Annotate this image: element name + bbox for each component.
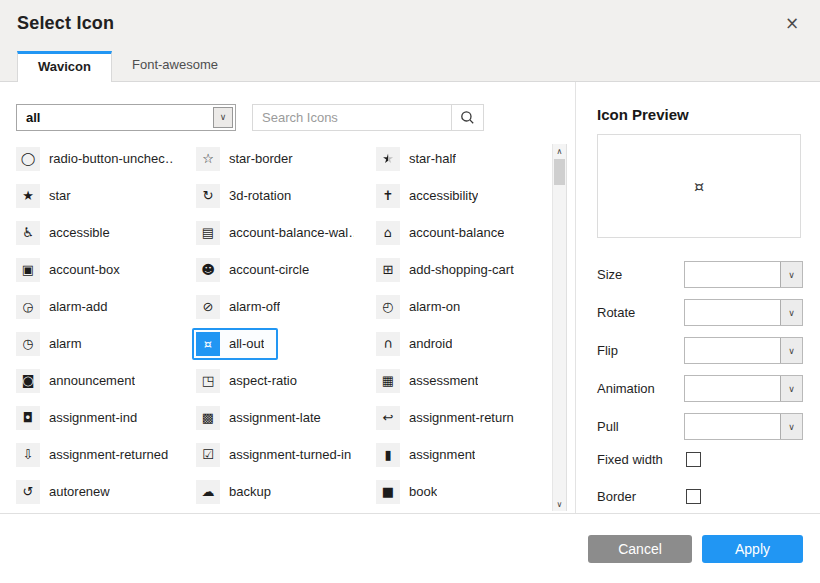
search-button[interactable] — [451, 104, 484, 131]
assessment-icon: ▦ — [376, 369, 400, 393]
alarm-on-icon: ◴ — [376, 295, 400, 319]
icon-item-android[interactable]: ∩android — [372, 328, 466, 360]
icon-preview-panel: Icon Preview ¤ Size∨Rotate∨Flip∨Animatio… — [576, 82, 820, 513]
icon-item-assignment-return[interactable]: ↩assignment-return — [372, 402, 528, 434]
icon-item-star[interactable]: ★star — [12, 180, 85, 212]
category-dropdown-value: all — [26, 110, 40, 125]
alarm-add-icon: ◶ — [16, 295, 40, 319]
icon-item-all-out[interactable]: ¤all-out — [192, 328, 278, 360]
icon-item-label: radio-button-unchec… — [49, 151, 174, 166]
search-input[interactable] — [252, 104, 451, 131]
icon-item-label: assignment — [409, 447, 475, 462]
icon-item-assignment-ind[interactable]: ◘assignment-ind — [12, 402, 151, 434]
icon-browser-panel: all ∨ ◯radio-button-unchec…☆star-bor — [0, 82, 576, 513]
icon-item-assignment-returned[interactable]: ⇩assignment-returned — [12, 439, 182, 471]
preview-title: Icon Preview — [597, 106, 803, 123]
border-row: Border — [597, 488, 803, 504]
list-controls: all ∨ — [16, 104, 575, 131]
dialog-header: Select Icon × — [0, 0, 820, 52]
fixed-width-checkbox[interactable] — [686, 452, 701, 467]
scrollbar[interactable]: ∧ ∨ — [552, 144, 567, 511]
icon-item-label: alarm-on — [409, 299, 460, 314]
field-label: Flip — [597, 343, 684, 358]
size-select[interactable]: ∨ — [684, 261, 803, 288]
tab-wavicon[interactable]: Wavicon — [17, 51, 112, 82]
backup-icon: ☁ — [196, 480, 220, 504]
icon-item-3d-rotation[interactable]: ↻3d-rotation — [192, 180, 305, 212]
icon-item-label: aspect-ratio — [229, 373, 297, 388]
tab-font-awesome[interactable]: Font-awesome — [112, 51, 238, 81]
rotate-row: Rotate∨ — [597, 299, 803, 326]
icon-item-accessible[interactable]: ♿accessible — [12, 217, 124, 249]
icon-item-label: assignment-turned-in — [229, 447, 351, 462]
chevron-down-icon: ∨ — [780, 338, 802, 363]
dialog-footer: Cancel Apply — [0, 513, 820, 583]
icon-item-announcement[interactable]: ◙announcement — [12, 365, 149, 397]
chevron-down-icon: ∨ — [780, 262, 802, 287]
icon-item-assignment[interactable]: ▮assignment — [372, 439, 489, 471]
icon-item-alarm-on[interactable]: ◴alarm-on — [372, 291, 474, 323]
icon-item-account-box[interactable]: ▣account-box — [12, 254, 134, 286]
icon-item-label: 3d-rotation — [229, 188, 291, 203]
icon-item-alarm-off[interactable]: ⊘alarm-off — [192, 291, 294, 323]
icon-item-star-half[interactable]: ★star-half — [372, 143, 470, 175]
icon-item-accessibility[interactable]: ✝accessibility — [372, 180, 492, 212]
assignment-ind-icon: ◘ — [16, 406, 40, 430]
icon-item-account-circle[interactable]: ☻account-circle — [192, 254, 323, 286]
select-icon-dialog: Select Icon × Wavicon Font-awesome all ∨ — [0, 0, 820, 583]
icon-item-label: star-half — [409, 151, 456, 166]
icon-item-alarm[interactable]: ◷alarm — [12, 328, 96, 360]
alarm-icon: ◷ — [16, 332, 40, 356]
scrollbar-down-icon[interactable]: ∨ — [553, 497, 566, 511]
pull-select[interactable]: ∨ — [684, 413, 803, 440]
field-label: Size — [597, 267, 684, 282]
field-label: Animation — [597, 381, 684, 396]
icon-item-backup[interactable]: ☁backup — [192, 476, 285, 508]
icon-item-book[interactable]: ■book — [372, 476, 451, 508]
search-icon — [460, 110, 475, 125]
icon-item-label: assignment-returned — [49, 447, 168, 462]
icon-item-label: alarm — [49, 336, 82, 351]
accessible-icon: ♿ — [16, 221, 40, 245]
icon-item-label: all-out — [229, 336, 264, 351]
icon-item-autorenew[interactable]: ↺autorenew — [12, 476, 124, 508]
icon-item-assignment-late[interactable]: ▩assignment-late — [192, 402, 335, 434]
flip-select[interactable]: ∨ — [684, 337, 803, 364]
icon-item-account-balance-wal[interactable]: ▤account-balance-wal… — [192, 217, 368, 249]
account-circle-icon: ☻ — [196, 258, 220, 282]
icon-item-label: alarm-add — [49, 299, 108, 314]
icon-item-label: announcement — [49, 373, 135, 388]
scrollbar-thumb[interactable] — [554, 159, 565, 185]
icon-item-alarm-add[interactable]: ◶alarm-add — [12, 291, 122, 323]
icon-item-add-shopping-cart[interactable]: ⊞add-shopping-cart — [372, 254, 528, 286]
icon-item-label: autorenew — [49, 484, 110, 499]
rotate-select[interactable]: ∨ — [684, 299, 803, 326]
border-checkbox[interactable] — [686, 489, 701, 504]
category-dropdown-button[interactable]: ∨ — [213, 107, 233, 128]
assignment-turned-in-icon: ☑ — [196, 443, 220, 467]
account-balance-icon: ⌂ — [376, 221, 400, 245]
checkbox-label: Fixed width — [597, 452, 686, 467]
assignment-late-icon: ▩ — [196, 406, 220, 430]
icon-item-aspect-ratio[interactable]: ◳aspect-ratio — [192, 365, 311, 397]
book-icon: ■ — [376, 480, 400, 504]
assignment-return-icon: ↩ — [376, 406, 400, 430]
close-icon[interactable]: × — [781, 12, 803, 34]
checkbox-label: Border — [597, 489, 686, 504]
flip-row: Flip∨ — [597, 337, 803, 364]
icon-item-assessment[interactable]: ▦assessment — [372, 365, 492, 397]
apply-button[interactable]: Apply — [702, 535, 803, 563]
category-dropdown[interactable]: all ∨ — [16, 104, 236, 131]
icon-item-star-border[interactable]: ☆star-border — [192, 143, 307, 175]
cancel-button[interactable]: Cancel — [588, 535, 692, 563]
accessibility-icon: ✝ — [376, 184, 400, 208]
icon-item-label: accessibility — [409, 188, 478, 203]
icon-item-assignment-turned-in[interactable]: ☑assignment-turned-in — [192, 439, 365, 471]
field-label: Rotate — [597, 305, 684, 320]
all-out-icon: ¤ — [196, 332, 220, 356]
icon-item-account-balance[interactable]: ⌂account-balance — [372, 217, 518, 249]
animation-select[interactable]: ∨ — [684, 375, 803, 402]
scrollbar-up-icon[interactable]: ∧ — [553, 144, 566, 158]
icon-item-label: assessment — [409, 373, 478, 388]
icon-item-radio-button-unchec[interactable]: ◯radio-button-unchec… — [12, 143, 188, 175]
